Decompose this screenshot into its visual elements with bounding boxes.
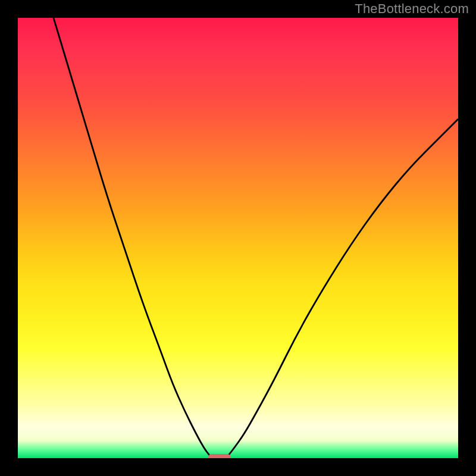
- plot-area: [18, 18, 458, 458]
- bottleneck-curve: [18, 18, 458, 458]
- curve-left: [54, 18, 209, 455]
- chart-frame: TheBottleneck.com: [0, 0, 476, 476]
- curve-right: [228, 119, 458, 455]
- optimum-marker: [208, 454, 231, 458]
- watermark-text: TheBottleneck.com: [355, 1, 469, 17]
